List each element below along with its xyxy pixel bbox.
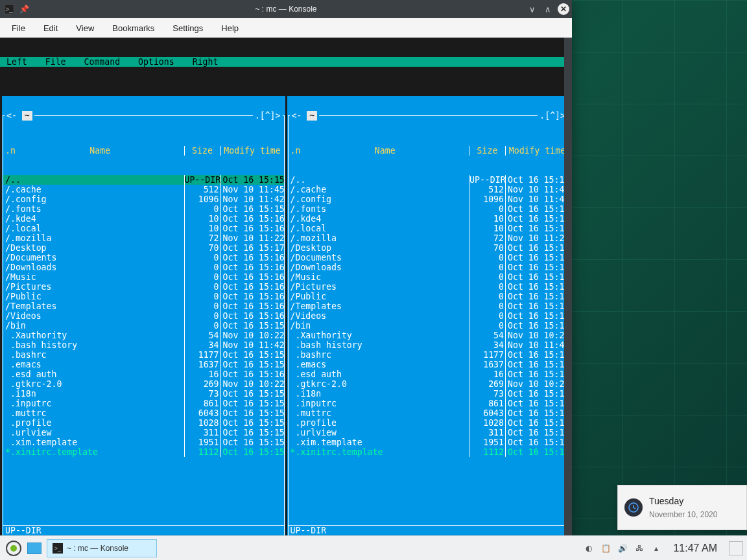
mc-menu-command[interactable]: Command <box>78 57 132 67</box>
file-row[interactable]: .profile1028Oct 16 15:15 <box>3 418 284 428</box>
file-row[interactable]: .muttrc6043Oct 16 15:15 <box>289 408 569 418</box>
file-row[interactable]: /Videos0Oct 16 15:16 <box>289 311 569 321</box>
mc-menu-options[interactable]: Options <box>132 57 186 67</box>
terminal[interactable]: Left File Command Options Right <- ~ .[^… <box>0 38 572 560</box>
menu-bookmarks[interactable]: Bookmarks <box>104 21 162 36</box>
pin-icon[interactable]: 📌 <box>19 5 29 14</box>
app-launcher[interactable] <box>3 537 25 559</box>
file-row[interactable]: /.fonts0Oct 16 15:15 <box>3 204 284 214</box>
mc-menu-left[interactable]: Left <box>0 57 39 67</box>
tray-chevron-icon[interactable]: ▴ <box>651 543 661 554</box>
terminal-scrollbar[interactable] <box>564 38 572 560</box>
col-n[interactable]: .n <box>289 146 302 156</box>
taskbar-entry-konsole[interactable]: >_ ~ : mc — Konsole <box>47 539 157 557</box>
file-row[interactable]: /Desktop70Oct 16 15:17 <box>3 243 284 253</box>
right-panel[interactable]: <- ~ .[^]> .n Name Size Modify time /..U… <box>287 96 571 560</box>
file-row[interactable]: .urlview311Oct 16 15:15 <box>3 428 284 438</box>
minimize-button[interactable]: ∨ <box>527 3 538 15</box>
file-row[interactable]: /.kde410Oct 16 15:16 <box>3 214 284 224</box>
file-row[interactable]: /Documents0Oct 16 15:16 <box>289 253 569 262</box>
col-modify[interactable]: Modify time <box>220 146 284 156</box>
file-row[interactable]: *.xinitrc.template1112Oct 16 15:15 <box>289 447 569 457</box>
file-row[interactable]: *.xinitrc.template1112Oct 16 15:15 <box>3 447 284 457</box>
left-panel[interactable]: <- ~ .[^]> .n Name Size Modify time /..U… <box>2 96 285 560</box>
col-n[interactable]: .n <box>3 146 16 156</box>
col-size[interactable]: Size <box>184 146 220 156</box>
file-row[interactable]: .gtkrc-2.0269Nov 10 10:22 <box>3 379 284 389</box>
date-notification[interactable]: Tuesday November 10, 2020 <box>617 485 747 530</box>
file-row[interactable]: /.kde410Oct 16 15:16 <box>289 214 569 224</box>
taskbar-clock[interactable]: 11:47 AM <box>668 542 722 554</box>
file-row[interactable]: /Downloads0Oct 16 15:16 <box>3 262 284 272</box>
file-row[interactable]: .i18n73Oct 16 15:15 <box>3 389 284 399</box>
file-row[interactable]: .Xauthority54Nov 10 10:22 <box>3 331 284 340</box>
file-row[interactable]: /.mozilla72Nov 10 11:22 <box>289 233 569 243</box>
file-row[interactable]: .bashrc1177Oct 16 15:15 <box>3 350 284 360</box>
file-row[interactable]: /Public0Oct 16 15:16 <box>3 292 284 301</box>
file-row[interactable]: /Downloads0Oct 16 15:16 <box>289 262 569 272</box>
col-name[interactable]: Name <box>302 146 469 156</box>
file-mtime: Oct 16 15:16 <box>505 253 569 262</box>
file-row[interactable]: /.mozilla72Nov 10 11:22 <box>3 233 284 243</box>
file-row[interactable]: /Public0Oct 16 15:16 <box>289 292 569 301</box>
file-row[interactable]: .i18n73Oct 16 15:15 <box>289 389 569 399</box>
file-name: /.. <box>289 175 469 185</box>
menu-view[interactable]: View <box>68 21 102 36</box>
file-row[interactable]: /Videos0Oct 16 15:16 <box>3 311 284 321</box>
file-row[interactable]: /..UP--DIROct 16 15:15 <box>289 175 569 185</box>
file-row[interactable]: /Music0Oct 16 15:16 <box>289 272 569 282</box>
tray-network-icon[interactable]: 🖧 <box>634 543 645 554</box>
file-row[interactable]: /.fonts0Oct 16 15:15 <box>289 204 569 214</box>
peek-desktop[interactable] <box>729 541 743 555</box>
file-row[interactable]: .esd_auth16Oct 16 15:16 <box>3 369 284 379</box>
tray-update-icon[interactable]: ◐ <box>584 543 594 554</box>
file-row[interactable]: /bin0Oct 16 15:15 <box>289 321 569 331</box>
file-row[interactable]: .xim.template1951Oct 16 15:15 <box>3 438 284 447</box>
file-row[interactable]: /.cache512Nov 10 11:45 <box>289 185 569 194</box>
file-row[interactable]: /.local10Oct 16 15:16 <box>3 224 284 233</box>
file-row[interactable]: .bash_history34Nov 10 11:42 <box>3 340 284 350</box>
file-row[interactable]: .xim.template1951Oct 16 15:15 <box>289 438 569 447</box>
file-row[interactable]: /Pictures0Oct 16 15:16 <box>3 282 284 292</box>
close-button[interactable]: ✕ <box>558 3 569 15</box>
file-row[interactable]: /Documents0Oct 16 15:16 <box>3 253 284 262</box>
file-row[interactable]: /Templates0Oct 16 15:16 <box>3 301 284 311</box>
file-row[interactable]: /Desktop70Oct 16 15:17 <box>289 243 569 253</box>
file-name: .emacs <box>3 360 184 369</box>
tray-clipboard-icon[interactable]: 📋 <box>600 543 611 554</box>
menu-file[interactable]: File <box>4 21 33 36</box>
show-desktop-button[interactable] <box>27 542 42 554</box>
maximize-button[interactable]: ∧ <box>542 3 554 15</box>
file-row[interactable]: .Xauthority54Nov 10 10:22 <box>289 331 569 340</box>
menu-help[interactable]: Help <box>213 21 246 36</box>
tray-volume-icon[interactable]: 🔊 <box>617 543 628 554</box>
file-row[interactable]: /Pictures0Oct 16 15:16 <box>289 282 569 292</box>
file-row[interactable]: .profile1028Oct 16 15:15 <box>289 418 569 428</box>
file-row[interactable]: /Templates0Oct 16 15:16 <box>289 301 569 311</box>
file-row[interactable]: /.cache512Nov 10 11:45 <box>3 185 284 194</box>
menu-settings[interactable]: Settings <box>165 21 211 36</box>
mc-menu-right[interactable]: Right <box>186 57 230 67</box>
file-row[interactable]: .muttrc6043Oct 16 15:15 <box>3 408 284 418</box>
file-row[interactable]: .esd_auth16Oct 16 15:16 <box>289 369 569 379</box>
col-modify[interactable]: Modify time <box>505 146 569 156</box>
file-row[interactable]: .inputrc861Oct 16 15:15 <box>289 399 569 408</box>
file-row[interactable]: /.local10Oct 16 15:16 <box>289 224 569 233</box>
file-row[interactable]: /..UP--DIROct 16 15:15 <box>3 175 284 185</box>
file-row[interactable]: .bash_history34Nov 10 11:42 <box>289 340 569 350</box>
file-row[interactable]: .emacs1637Oct 16 15:15 <box>289 360 569 369</box>
col-size[interactable]: Size <box>469 146 505 156</box>
file-row[interactable]: /bin0Oct 16 15:15 <box>3 321 284 331</box>
col-name[interactable]: Name <box>16 146 184 156</box>
menu-edit[interactable]: Edit <box>36 21 65 36</box>
file-row[interactable]: /.config1096Nov 10 11:42 <box>289 194 569 204</box>
file-row[interactable]: .inputrc861Oct 16 15:15 <box>3 399 284 408</box>
file-row[interactable]: /Music0Oct 16 15:16 <box>3 272 284 282</box>
window-titlebar[interactable]: >_ 📌 ~ : mc — Konsole ∨ ∧ ✕ <box>0 0 572 18</box>
file-row[interactable]: .bashrc1177Oct 16 15:15 <box>289 350 569 360</box>
file-row[interactable]: /.config1096Nov 10 11:42 <box>3 194 284 204</box>
file-row[interactable]: .urlview311Oct 16 15:15 <box>289 428 569 438</box>
mc-menu-file[interactable]: File <box>39 57 78 67</box>
file-row[interactable]: .gtkrc-2.0269Nov 10 10:22 <box>289 379 569 389</box>
file-row[interactable]: .emacs1637Oct 16 15:15 <box>3 360 284 369</box>
